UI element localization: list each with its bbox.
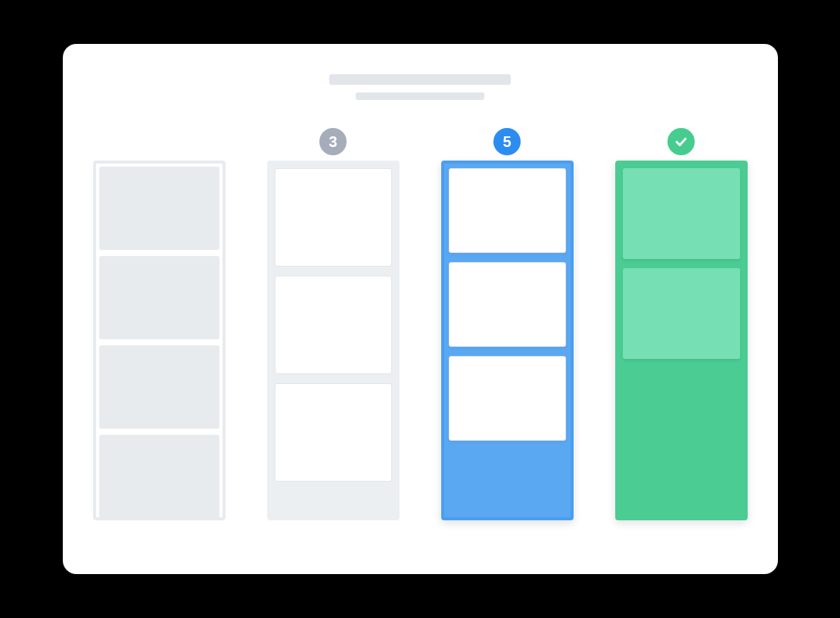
title-placeholder-bar [329,74,511,85]
column-1 [93,123,226,520]
column-box-4[interactable] [615,161,748,520]
columns-container: 3 5 [89,123,751,520]
card[interactable] [623,168,740,259]
card[interactable] [449,168,566,253]
badge-number: 3 [328,133,337,151]
card[interactable] [449,262,566,347]
column-box-1[interactable] [93,161,226,520]
check-badge-green [667,128,695,155]
check-icon [674,134,689,149]
column-3: 5 [441,123,574,520]
wireframe-panel: 3 5 [63,44,778,574]
card[interactable] [623,268,740,359]
card[interactable] [275,383,392,482]
card[interactable] [99,345,219,429]
badge-slot: 3 [319,123,347,161]
card[interactable] [99,167,219,250]
card[interactable] [99,435,219,518]
subtitle-placeholder-bar [356,92,484,100]
badge-number: 5 [502,133,511,151]
badge-slot [667,123,695,161]
count-badge-blue: 5 [493,128,521,155]
header-placeholder [89,74,751,100]
card[interactable] [275,168,392,267]
card[interactable] [99,256,219,339]
card[interactable] [275,276,392,374]
column-4 [615,123,748,520]
card[interactable] [449,356,566,441]
column-box-3[interactable] [441,161,574,520]
count-badge-gray: 3 [319,128,347,155]
column-box-2[interactable] [267,161,400,520]
column-2: 3 [267,123,400,520]
badge-slot: 5 [493,123,521,161]
